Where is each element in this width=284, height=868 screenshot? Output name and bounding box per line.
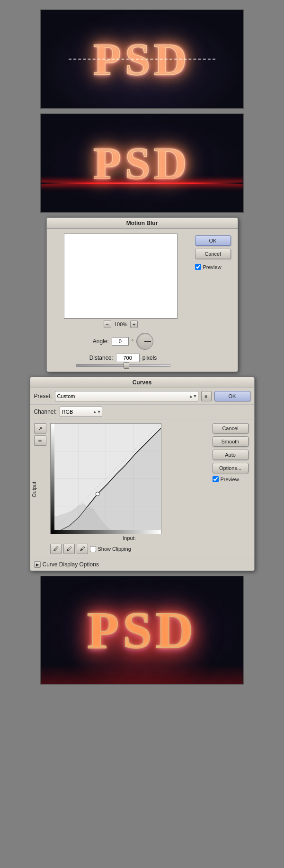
channel-select[interactable]: RGB Red Green Blue: [60, 407, 102, 417]
eyedrop-white-btn[interactable]: 🖋: [77, 544, 88, 554]
psd-text-3: PSD: [87, 600, 197, 660]
channel-label: Channel:: [34, 408, 57, 415]
output-label: Output:: [31, 480, 37, 497]
curves-pencil-tool[interactable]: ✏: [34, 435, 46, 446]
curves-smooth-button[interactable]: Smooth: [213, 436, 248, 447]
distance-slider-thumb[interactable]: [124, 362, 129, 369]
glow-bottom: [41, 665, 243, 684]
distance-label: Distance:: [89, 355, 113, 361]
svg-point-10: [96, 492, 99, 496]
curve-display-options-expand-btn[interactable]: ▶: [34, 561, 41, 568]
curves-auto-button[interactable]: Auto: [213, 450, 248, 460]
curves-graph[interactable]: [50, 423, 161, 534]
motion-blur-preview-checkbox[interactable]: [195, 264, 201, 270]
curves-pointer-tool[interactable]: ↗: [34, 423, 46, 434]
eyedrop-gray-btn[interactable]: 🖊: [63, 544, 75, 554]
dial-line: [144, 341, 151, 342]
curves-ok-button[interactable]: OK: [214, 391, 250, 401]
curves-options-button[interactable]: Options...: [213, 463, 248, 473]
motion-blur-cancel-button[interactable]: Cancel: [195, 249, 231, 259]
distance-input[interactable]: [116, 354, 140, 362]
zoom-in-btn[interactable]: +: [130, 321, 138, 328]
preset-select[interactable]: Custom Default Strong Contrast Linear Co…: [55, 391, 198, 401]
motion-blur-title: Motion Blur: [47, 218, 238, 229]
red-horizontal-line: [41, 182, 243, 184]
panel-1: PSD: [40, 9, 244, 109]
curves-title: Curves: [30, 377, 254, 388]
pixels-label: pixels: [142, 355, 157, 361]
eyedrop-black-btn[interactable]: 🖉: [50, 544, 62, 554]
show-clipping-label: Show Clipping: [98, 546, 131, 552]
psd-text-2: PSD: [93, 137, 190, 190]
curves-options-icon-btn[interactable]: ≡: [201, 391, 212, 401]
motion-blur-dialog: Motion Blur − 100% + Angle: °: [46, 217, 238, 372]
angle-input[interactable]: [112, 337, 129, 346]
input-label: Input:: [50, 535, 209, 541]
panel-2: PSD: [40, 113, 244, 213]
curves-dialog: Curves Preset: Custom Default Strong Con…: [30, 377, 255, 571]
curves-preview-label: Preview: [221, 477, 239, 482]
motion-blur-preview-label: Preview: [203, 264, 222, 270]
motion-blur-ok-button[interactable]: OK: [195, 235, 231, 246]
curves-preview-checkbox[interactable]: [213, 476, 219, 482]
zoom-percent: 100%: [114, 321, 127, 327]
distance-slider-track[interactable]: [76, 364, 170, 367]
zoom-out-btn[interactable]: −: [104, 321, 111, 328]
show-clipping-checkbox[interactable]: [90, 546, 96, 552]
angle-label: Angle:: [93, 338, 109, 345]
motion-blur-preview: [64, 234, 178, 319]
curve-display-options-label: Curve Display Options: [43, 561, 99, 568]
curves-cancel-button[interactable]: Cancel: [213, 423, 248, 434]
degree-symbol: °: [132, 339, 133, 344]
preset-label: Preset:: [34, 393, 52, 399]
panel-3: PSD: [40, 576, 244, 685]
angle-dial[interactable]: [136, 333, 153, 350]
dashed-selection-line: [69, 59, 215, 60]
